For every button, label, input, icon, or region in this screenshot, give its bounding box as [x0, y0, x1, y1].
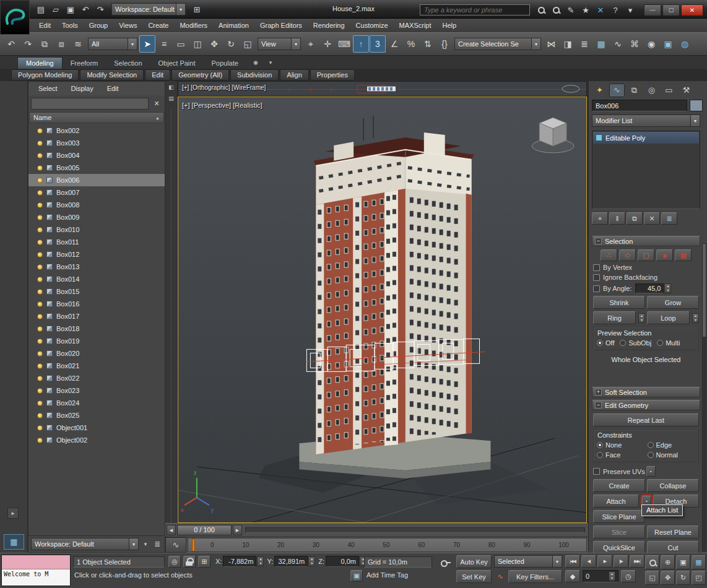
selection-lock-icon[interactable]: [183, 556, 196, 568]
select-object-icon[interactable]: ➤: [139, 35, 155, 53]
hierarchy-tab-icon[interactable]: ⧉: [627, 84, 642, 97]
explorer-menu[interactable]: Select: [32, 83, 64, 94]
list-item[interactable]: Box003: [28, 137, 165, 149]
chevron-down-icon[interactable]: ▾: [141, 538, 150, 550]
remove-modifier-icon[interactable]: ✕: [644, 212, 660, 225]
display-tab-icon[interactable]: ▭: [661, 84, 677, 97]
snaps-toggle-icon[interactable]: 3: [370, 35, 386, 53]
track-bar-ruler[interactable]: 0102030405060708090100: [188, 538, 587, 552]
visibility-bulb-icon[interactable]: [37, 264, 43, 270]
visibility-bulb-icon[interactable]: [37, 141, 43, 146]
selection-filter-dropdown[interactable]: All ▾: [88, 38, 137, 50]
grow-button[interactable]: Grow: [647, 296, 699, 309]
time-configuration-icon[interactable]: ◷: [621, 570, 636, 582]
isolate-selection-icon[interactable]: ◎: [168, 556, 181, 568]
spinner-snap-icon[interactable]: ⇅: [420, 35, 436, 53]
previous-frame-arrow-icon[interactable]: ◀: [167, 525, 176, 535]
name-column-header[interactable]: Name ▲: [29, 112, 164, 123]
orthographic-viewport[interactable]: [+] [Orthographic] [WireFrame]: [178, 81, 587, 97]
help-icon[interactable]: ?: [608, 2, 623, 17]
graphite-toggle-icon[interactable]: ▦: [593, 35, 609, 53]
pin-stack-icon[interactable]: ⌖: [592, 212, 608, 225]
rectangular-selection-icon[interactable]: ▭: [173, 35, 189, 53]
orbit-icon[interactable]: ↻: [676, 571, 690, 585]
mini-curve-editor-icon[interactable]: ∿: [165, 537, 186, 553]
edit-geometry-rollout-header[interactable]: − Edit Geometry: [592, 400, 700, 410]
menu-item[interactable]: Views: [113, 20, 142, 31]
ribbon-tab[interactable]: Selection: [106, 58, 150, 69]
list-item[interactable]: Box006: [28, 174, 165, 186]
select-and-move-icon[interactable]: ✥: [206, 35, 222, 53]
time-tag-icon[interactable]: ▣: [350, 570, 363, 582]
maximize-viewport-icon[interactable]: ◰: [692, 571, 706, 585]
constraint-radio[interactable]: Face: [597, 451, 645, 459]
percent-snap-icon[interactable]: %: [403, 35, 419, 53]
explorer-search-input[interactable]: [31, 98, 149, 110]
quickslice-button[interactable]: QuickSlice: [593, 541, 645, 553]
polygon-mode-icon[interactable]: ■: [656, 249, 673, 261]
dock-explorer-icon[interactable]: ▦: [4, 534, 24, 550]
window-crossing-icon[interactable]: ◫: [189, 35, 206, 53]
key-icon[interactable]: [438, 557, 453, 568]
zoom-extents-icon[interactable]: ▣: [676, 555, 690, 569]
perspective-viewport[interactable]: z x y [+] [Perspective] [Realistic]: [178, 97, 587, 523]
make-unique-icon[interactable]: ⧉: [627, 212, 643, 225]
show-end-result-icon[interactable]: ‖: [609, 212, 625, 225]
loop-spinner[interactable]: ▴▾: [692, 313, 699, 323]
visibility-bulb-icon[interactable]: [37, 425, 43, 431]
motion-tab-icon[interactable]: ◎: [644, 84, 659, 97]
curve-editor-icon[interactable]: ∿: [610, 35, 626, 53]
expand-icon[interactable]: +: [595, 389, 602, 396]
modifier-stack-item[interactable]: Editable Poly: [593, 132, 699, 144]
shrink-button[interactable]: Shrink: [593, 296, 645, 309]
configure-modifier-sets-icon[interactable]: ≣: [661, 212, 677, 225]
list-item[interactable]: Box004: [28, 149, 165, 162]
list-item[interactable]: Box023: [28, 384, 165, 397]
edge-mode-icon[interactable]: ◇: [619, 249, 636, 261]
named-selection-set-combo[interactable]: Create Selection Se ▾: [454, 38, 541, 50]
modifier-list-dropdown[interactable]: Modifier List ▾: [592, 115, 700, 127]
coordinate-field[interactable]: Y: 32,891m ▴▾: [267, 556, 315, 567]
preserve-uvs-checkbox[interactable]: Preserve UVs: [593, 468, 645, 475]
next-frame-arrow-icon[interactable]: ▶: [233, 525, 242, 535]
set-key-button[interactable]: Set Key: [456, 570, 492, 583]
collapse-icon[interactable]: −: [595, 238, 602, 244]
list-item[interactable]: Box018: [28, 322, 165, 335]
ribbon-config-icon[interactable]: ◉: [250, 58, 261, 67]
key-filters-curve-icon[interactable]: ∿: [494, 570, 506, 582]
ribbon-panel-button[interactable]: Align: [280, 69, 308, 80]
absolute-mode-icon[interactable]: ⊞: [198, 556, 210, 568]
ribbon-panel-button[interactable]: Properties: [310, 69, 355, 80]
preview-selection-radio[interactable]: Multi: [657, 339, 680, 347]
visibility-bulb-icon[interactable]: [37, 128, 43, 134]
collapse-panel-icon[interactable]: ▸: [7, 508, 19, 519]
undo-icon[interactable]: ↶: [3, 35, 19, 53]
visibility-bulb-icon[interactable]: [37, 438, 43, 443]
list-item[interactable]: Box005: [28, 162, 165, 174]
pan-icon[interactable]: ✥: [661, 571, 675, 585]
list-item[interactable]: Box024: [28, 397, 165, 409]
maximize-button[interactable]: ▢: [662, 4, 680, 16]
coordinate-field[interactable]: X: -7,882m ▴▾: [215, 556, 264, 567]
chevron-down-icon[interactable]: ▾: [129, 538, 138, 550]
list-item[interactable]: Box025: [28, 409, 165, 422]
select-and-manipulate-icon[interactable]: ✛: [319, 35, 336, 53]
select-and-scale-icon[interactable]: ◱: [240, 35, 256, 53]
zoom-all-icon[interactable]: ⊕: [661, 555, 675, 569]
list-item[interactable]: Box013: [28, 261, 165, 273]
list-item[interactable]: Box007: [28, 186, 165, 199]
constraint-radio[interactable]: Edge: [648, 441, 696, 449]
layer-stack-icon[interactable]: ≣: [152, 538, 162, 550]
schematic-view-icon[interactable]: ⌘: [627, 35, 643, 53]
menu-item[interactable]: Create: [142, 20, 174, 31]
scene-explorer-toggle-icon[interactable]: ↑: [353, 35, 369, 53]
previous-frame-icon[interactable]: ◀|: [581, 555, 596, 568]
list-item[interactable]: Box002: [28, 124, 165, 137]
loop-button[interactable]: Loop: [647, 311, 690, 324]
add-time-tag[interactable]: Add Time Tag: [367, 571, 408, 579]
close-button[interactable]: ✕: [681, 4, 703, 16]
viewport-3d-canvas[interactable]: z x y: [178, 97, 586, 522]
visibility-bulb-icon[interactable]: [37, 277, 43, 282]
bind-to-space-warp-icon[interactable]: ≋: [70, 35, 86, 53]
use-pivot-center-icon[interactable]: ⌖: [303, 35, 319, 53]
